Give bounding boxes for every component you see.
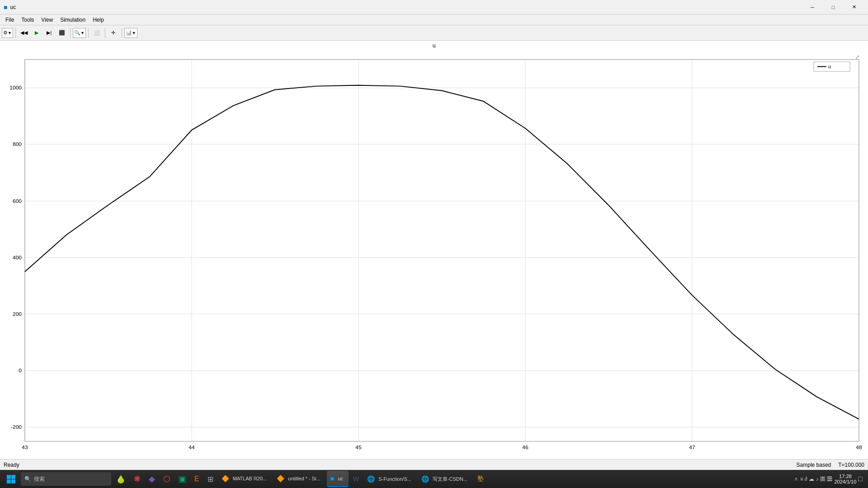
taskbar-word-app[interactable]: W <box>349 471 363 487</box>
svg-text:u: u <box>828 64 831 69</box>
taskbar-matlab-app[interactable]: 🔶 MATLAB R20... <box>218 471 273 487</box>
svg-rect-32 <box>7 475 11 479</box>
svg-text:43: 43 <box>22 444 28 450</box>
svg-text:200: 200 <box>13 311 22 317</box>
separator-3 <box>88 28 89 38</box>
plot-svg[interactable]: 1000 800 600 400 200 0 -200 43 44 45 46 … <box>0 51 868 459</box>
run-back-button[interactable]: ◀◀ <box>18 27 30 39</box>
svg-text:47: 47 <box>689 444 695 450</box>
taskbar: 🔍 搜索 🍐 ❋ ◆ ⬡ ▣ E ⊞ 🔶 MATLAB R20... 🔶 unt… <box>0 470 868 488</box>
taskbar-icon-5[interactable]: ▣ <box>175 471 190 487</box>
menu-view[interactable]: View <box>38 16 57 24</box>
svg-text:0: 0 <box>19 367 22 374</box>
menu-simulation[interactable]: Simulation <box>57 16 89 24</box>
simulink-label: untitled * - Si... <box>286 476 322 481</box>
status-right: Sample based T=100.000 <box>797 462 864 468</box>
title-bar: ■ uc ─ □ ✕ <box>0 0 868 14</box>
menu-help[interactable]: Help <box>89 16 108 24</box>
start-button[interactable] <box>2 471 20 487</box>
separator-4 <box>105 28 105 38</box>
menu-file[interactable]: File <box>2 16 18 24</box>
close-button[interactable]: ✕ <box>844 0 864 14</box>
title-text: uc <box>10 4 802 10</box>
menu-bar: File Tools View Simulation Help <box>0 14 868 25</box>
taskbar-simulink-app[interactable]: 🔶 untitled * - Si... <box>273 471 326 487</box>
svg-text:600: 600 <box>13 198 22 204</box>
taskbar-icon-3[interactable]: ◆ <box>145 471 159 487</box>
separator-2 <box>70 28 71 38</box>
fit-button[interactable]: ⬜ <box>91 27 103 39</box>
svg-text:800: 800 <box>13 141 22 147</box>
search-icon: 🔍 <box>24 476 31 482</box>
step-button[interactable]: ▶| <box>43 27 55 39</box>
search-text: 搜索 <box>34 475 45 483</box>
svg-text:-200: -200 <box>11 424 22 430</box>
zoom-dropdown[interactable]: 🔍 ▼ <box>73 28 86 38</box>
tray-notification[interactable]: □ <box>858 475 863 483</box>
chrome-1-label: S-Function/S... <box>377 476 413 482</box>
plot-container: u <box>0 41 868 459</box>
tray-icons[interactable]: ∧ ≡ ∂ ☁ ♪ 圕 ☰ <box>794 475 832 483</box>
svg-rect-34 <box>7 479 11 483</box>
svg-text:⤢: ⤢ <box>855 54 859 60</box>
run-button[interactable]: ▶ <box>31 27 42 39</box>
svg-text:44: 44 <box>189 444 195 450</box>
svg-text:45: 45 <box>355 444 362 450</box>
taskbar-icon-4[interactable]: ⬡ <box>160 471 174 487</box>
tray-date: 2024/1/10 <box>834 479 856 484</box>
format-dropdown[interactable]: 📊 ▼ <box>124 28 137 38</box>
uc-label: uc <box>336 476 345 481</box>
time-label: T=100.000 <box>838 462 864 468</box>
taskbar-icon-6[interactable]: E <box>191 471 203 487</box>
window-controls: ─ □ ✕ <box>802 0 864 14</box>
taskbar-chrome-2[interactable]: 🌐 写文章-CSDN... <box>418 471 473 487</box>
toolbar: ⚙ ▼ ◀◀ ▶ ▶| ⬛ 🔍 ▼ ⬜ ✛ 📊 ▼ <box>0 25 868 41</box>
svg-rect-35 <box>11 479 15 483</box>
system-tray: ∧ ≡ ∂ ☁ ♪ 圕 ☰ 17:28 2024/1/10 □ <box>790 474 866 484</box>
title-icon: ■ <box>4 4 7 11</box>
settings-dropdown[interactable]: ⚙ ▼ <box>2 28 13 38</box>
tray-time: 17:28 <box>839 474 852 479</box>
taskbar-uc-app[interactable]: ■ uc <box>327 471 349 487</box>
taskbar-icon-1[interactable]: 🍐 <box>112 471 129 487</box>
minimize-button[interactable]: ─ <box>802 0 823 14</box>
tray-clock[interactable]: 17:28 2024/1/10 <box>834 474 856 484</box>
cursor-button[interactable]: ✛ <box>108 27 119 39</box>
separator-1 <box>15 28 16 38</box>
chrome-2-label: 写文章-CSDN... <box>431 476 469 483</box>
maximize-button[interactable]: □ <box>823 0 844 14</box>
svg-rect-33 <box>11 475 15 479</box>
svg-text:1000: 1000 <box>9 85 22 91</box>
sample-based-label: Sample based <box>797 462 831 468</box>
taskbar-search[interactable]: 🔍 搜索 <box>21 472 111 486</box>
taskbar-icon-7[interactable]: ⊞ <box>204 471 217 487</box>
menu-tools[interactable]: Tools <box>18 16 38 24</box>
svg-text:46: 46 <box>522 444 528 450</box>
taskbar-chrome-1[interactable]: 🌐 S-Function/S... <box>363 471 417 487</box>
svg-text:400: 400 <box>13 254 22 261</box>
status-ready: Ready <box>4 462 19 468</box>
stop-button[interactable]: ⬛ <box>56 27 68 39</box>
taskbar-icon-2[interactable]: ❋ <box>130 471 144 487</box>
matlab-label: MATLAB R20... <box>231 476 269 481</box>
separator-5 <box>122 28 122 38</box>
status-bar: Ready Sample based T=100.000 <box>0 459 868 470</box>
taskbar-app-shu[interactable]: 塾 <box>474 471 487 487</box>
svg-text:48: 48 <box>856 444 862 450</box>
svg-rect-0 <box>0 51 868 459</box>
plot-title: u <box>0 41 868 51</box>
